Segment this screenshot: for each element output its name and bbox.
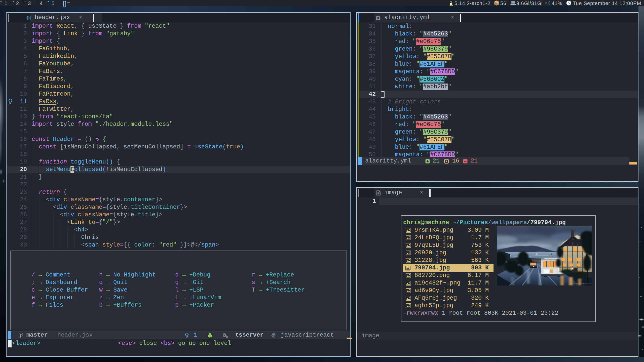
svg-text:www.DesktopBackground.org: www.DesktopBackground.org: [572, 283, 592, 285]
